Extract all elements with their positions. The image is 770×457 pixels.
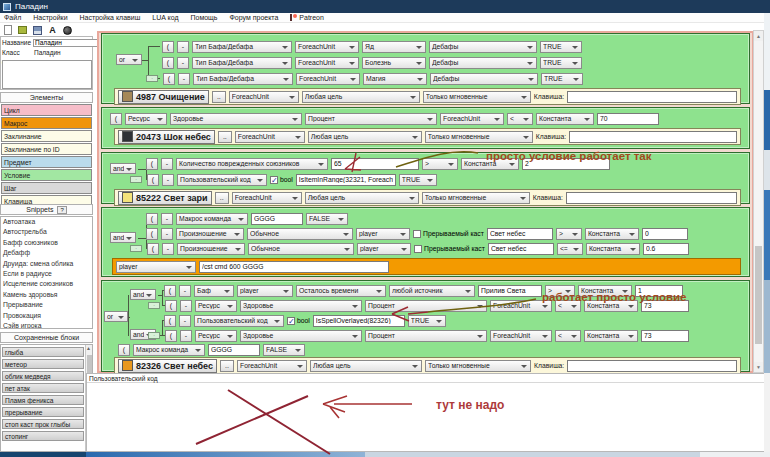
checkbox-box[interactable]: ✓ xyxy=(270,176,278,184)
saved-block-item[interactable]: прерывание xyxy=(2,407,84,418)
dropdown[interactable]: ForeachUnit xyxy=(237,360,307,372)
text-input[interactable] xyxy=(208,344,260,356)
dropdown[interactable]: Обычное xyxy=(247,228,353,240)
dropdown[interactable]: Константа xyxy=(584,330,638,342)
dropdown[interactable]: ForeachUnit xyxy=(295,57,359,69)
saved-block-item[interactable]: Пламя феникса xyxy=(2,395,84,406)
dropdown[interactable]: Осталось времени xyxy=(296,285,386,297)
snippet-item[interactable]: Дебафф xyxy=(1,248,92,258)
text-input[interactable] xyxy=(643,243,689,255)
spell-row[interactable]: 4987 Очищение..ForeachUnitЛюбая цельТоль… xyxy=(114,88,741,105)
snippet-item[interactable]: Камень здоровья xyxy=(1,290,92,300)
snippets-help-button[interactable]: ? xyxy=(57,206,66,214)
dropdown[interactable]: ForeachUnit xyxy=(490,300,552,312)
minus-button[interactable]: - xyxy=(161,158,173,170)
element-item[interactable]: Условие xyxy=(1,169,92,181)
dropdown[interactable]: Только мгновенные xyxy=(425,360,531,372)
snippet-item[interactable]: Провокация xyxy=(1,311,92,321)
open-paren-button[interactable]: ( xyxy=(162,57,174,69)
open-paren-button[interactable]: ( xyxy=(110,113,122,125)
dropdown[interactable]: любой источник xyxy=(389,285,475,297)
scroll-up-icon[interactable]: ▲ xyxy=(754,31,763,41)
ellipsis-button[interactable]: .. xyxy=(220,360,234,372)
snippet-item[interactable]: Автострельба xyxy=(1,227,92,237)
menu-item[interactable]: Настройка клавиш xyxy=(80,14,141,21)
text-input[interactable] xyxy=(569,131,737,143)
dropdown[interactable]: ForeachUnit xyxy=(490,330,552,342)
open-paren-button[interactable]: ( xyxy=(164,285,176,297)
dropdown[interactable]: Тип Бафа/Дебафа xyxy=(192,57,292,69)
dropdown[interactable]: Константа xyxy=(584,300,638,312)
minus-button[interactable]: - xyxy=(177,41,189,53)
element-item[interactable]: Шаг xyxy=(1,182,92,194)
text-input[interactable] xyxy=(642,228,688,240)
dropdown[interactable]: FALSE xyxy=(306,213,348,225)
minus-button[interactable]: - xyxy=(179,315,191,327)
dropdown[interactable]: Яд xyxy=(362,41,426,53)
open-paren-button[interactable]: ( xyxy=(118,344,130,356)
text-input[interactable] xyxy=(641,300,689,312)
dropdown[interactable]: TRUE xyxy=(540,41,582,53)
open-paren-button[interactable]: ( xyxy=(146,228,158,240)
checkbox[interactable]: Прерываемый каст xyxy=(414,245,485,253)
dropdown[interactable]: ForeachUnit xyxy=(229,91,299,103)
dropdown[interactable]: Любая цель xyxy=(310,360,422,372)
spell-button[interactable]: 4987 Очищение xyxy=(118,90,209,104)
element-item[interactable]: Заклинание по ID xyxy=(1,143,92,155)
snippet-item[interactable]: Исцеление союзников xyxy=(1,279,92,289)
minus-button[interactable]: - xyxy=(161,213,173,225)
dropdown[interactable]: Только мгновенные xyxy=(425,131,533,143)
branch-connector[interactable]: · xyxy=(130,245,142,252)
dropdown[interactable]: player xyxy=(356,228,410,240)
description-input[interactable] xyxy=(2,60,92,89)
open-paren-button[interactable]: ( xyxy=(163,73,175,85)
dropdown[interactable]: < xyxy=(555,330,581,342)
dropdown[interactable]: ForeachUnit xyxy=(235,131,305,143)
minus-button[interactable]: - xyxy=(161,228,173,240)
dropdown[interactable]: Обычное xyxy=(248,243,354,255)
dropdown[interactable]: Константа xyxy=(585,228,639,240)
element-item[interactable]: Заклинание xyxy=(1,130,92,142)
saved-block-item[interactable]: метеор xyxy=(2,359,84,370)
dropdown[interactable]: ForeachUnit xyxy=(295,41,359,53)
snippet-item[interactable]: Друида: смена облика xyxy=(1,259,92,269)
dropdown[interactable]: Ресурс xyxy=(195,330,237,342)
minus-button[interactable]: - xyxy=(180,330,192,342)
dropdown[interactable]: Константа xyxy=(461,158,519,170)
new-file-icon[interactable] xyxy=(2,25,13,35)
open-paren-button[interactable]: ( xyxy=(162,41,174,53)
minus-button[interactable]: - xyxy=(180,300,192,312)
dropdown[interactable]: Процент xyxy=(305,113,437,125)
dropdown[interactable]: player xyxy=(357,243,411,255)
dropdown[interactable]: TRUE xyxy=(399,174,437,186)
dropdown[interactable]: Макрос команда xyxy=(133,344,205,356)
spell-row[interactable]: 82326 Свет небес..ForeachUnitЛюбая цельТ… xyxy=(114,357,741,374)
snippet-item[interactable]: Бафф союзников xyxy=(1,238,92,248)
snippet-item[interactable]: Прерывание xyxy=(1,300,92,310)
dropdown[interactable]: Произношение xyxy=(176,228,244,240)
ellipsis-button[interactable]: .. xyxy=(218,131,232,143)
open-paren-button[interactable]: ( xyxy=(165,330,177,342)
dropdown[interactable]: < xyxy=(555,300,581,312)
dropdown[interactable]: > xyxy=(556,228,582,240)
macro-row[interactable]: player xyxy=(112,258,741,275)
checkbox[interactable]: ✓bool xyxy=(287,317,310,325)
open-paren-button[interactable]: ( xyxy=(164,315,176,327)
scrollbar-thumb[interactable] xyxy=(755,246,762,344)
dropdown[interactable]: Процент xyxy=(365,300,487,312)
branch-connector[interactable]: · xyxy=(146,75,158,82)
text-input[interactable] xyxy=(478,285,542,297)
open-paren-button[interactable]: ( xyxy=(146,213,158,225)
dropdown[interactable]: player xyxy=(237,285,293,297)
menu-item-patreon[interactable]: Patreon xyxy=(290,14,324,21)
dropdown[interactable]: Тип Бафа/Дебафа xyxy=(192,41,292,53)
spell-row[interactable]: 20473 Шок небес..ForeachUnitЛюбая цельТо… xyxy=(114,128,741,145)
text-input[interactable] xyxy=(566,192,737,204)
open-folder-icon[interactable] xyxy=(17,25,28,35)
text-input[interactable] xyxy=(488,243,554,255)
minus-button[interactable]: - xyxy=(178,73,190,85)
text-input[interactable] xyxy=(199,261,389,273)
checkbox[interactable]: Прерываемый каст xyxy=(413,230,484,238)
checkbox-box[interactable] xyxy=(413,230,421,238)
minus-button[interactable]: - xyxy=(162,243,174,255)
